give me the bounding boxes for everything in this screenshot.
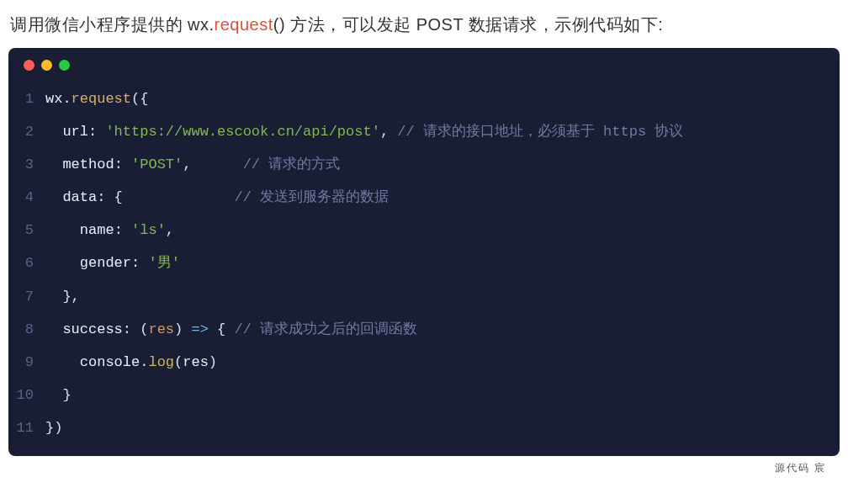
code-content: gender: '男' [45, 247, 180, 279]
code-token [45, 255, 80, 271]
intro-paragraph: 调用微信小程序提供的 wx.request() 方法，可以发起 POST 数据请… [8, 13, 840, 36]
code-token: url [62, 124, 88, 140]
code-token: : [114, 157, 131, 172]
maximize-icon [59, 60, 70, 71]
code-token: name [80, 222, 114, 238]
code-content: console.log(res) [45, 346, 217, 379]
intro-prefix: 调用微信小程序提供的 wx. [10, 15, 215, 34]
footer-credit: 源代码 宸 [8, 461, 840, 475]
line-number: 5 [8, 214, 45, 247]
line-number: 3 [8, 148, 45, 181]
code-token: }, [45, 289, 80, 305]
code-token [45, 321, 62, 337]
code-token [45, 157, 62, 172]
code-token [45, 124, 62, 140]
line-number: 7 [8, 280, 45, 313]
code-body: 1wx.request({2 url: 'https://www.escook.… [8, 79, 840, 456]
code-token: } [45, 387, 72, 403]
code-content: }, [45, 280, 80, 313]
code-token: , [183, 157, 242, 172]
code-content: data: { // 发送到服务器的数据 [45, 181, 389, 214]
code-token [45, 222, 80, 238]
code-token: : ( [123, 321, 149, 337]
code-token: 'ls' [131, 222, 166, 238]
code-line: 11}) [8, 411, 840, 444]
code-token: , [166, 222, 174, 238]
line-number: 2 [8, 115, 45, 148]
code-token: // 发送到服务器的数据 [234, 189, 389, 205]
code-line: 10 } [8, 379, 840, 411]
code-line: 7 }, [8, 280, 840, 313]
code-token: }) [45, 420, 62, 436]
code-token: . [62, 91, 71, 107]
code-content: } [45, 379, 72, 411]
code-token: '男' [148, 255, 179, 271]
code-token: : [88, 124, 105, 140]
window-titlebar [8, 48, 840, 79]
code-token: 'https://www.escook.cn/api/post' [105, 124, 379, 140]
code-line: 5 name: 'ls', [8, 214, 840, 247]
code-window: 1wx.request({2 url: 'https://www.escook.… [8, 48, 840, 456]
code-token: , [380, 124, 397, 140]
code-token [45, 354, 80, 370]
code-token: wx [45, 91, 62, 107]
line-number: 4 [8, 181, 45, 214]
code-token: res [148, 321, 174, 337]
code-line: 1wx.request({ [8, 82, 840, 115]
line-number: 10 [8, 379, 45, 411]
code-token: : { [97, 189, 234, 205]
code-token: method [62, 157, 114, 172]
code-content: name: 'ls', [45, 214, 174, 247]
line-number: 1 [8, 82, 45, 115]
code-content: }) [45, 411, 62, 444]
code-line: 4 data: { // 发送到服务器的数据 [8, 181, 840, 214]
code-content: wx.request({ [45, 82, 148, 115]
code-token: { [209, 321, 235, 337]
line-number: 6 [8, 247, 45, 279]
code-token: ) [174, 321, 191, 337]
code-token: // 请求的接口地址，必须基于 https 协议 [397, 124, 683, 140]
code-token: : [114, 222, 131, 238]
code-line: 8 success: (res) => { // 请求成功之后的回调函数 [8, 313, 840, 346]
code-token: console [80, 354, 140, 370]
line-number: 11 [8, 411, 45, 444]
code-line: 9 console.log(res) [8, 346, 840, 379]
code-token: => [191, 321, 208, 337]
code-token: success [62, 321, 122, 337]
code-token: . [140, 354, 148, 370]
code-token: // 请求的方式 [243, 157, 341, 172]
code-token: log [148, 354, 174, 370]
intro-highlight: request [215, 15, 273, 34]
intro-suffix: () 方法，可以发起 POST 数据请求，示例代码如下: [273, 15, 664, 34]
code-token: res [183, 354, 209, 370]
code-token: ({ [131, 91, 148, 107]
close-icon [24, 60, 34, 71]
code-content: success: (res) => { // 请求成功之后的回调函数 [45, 313, 417, 346]
code-token: ) [209, 354, 217, 370]
minimize-icon [41, 60, 52, 71]
code-token: : [131, 255, 148, 271]
code-content: url: 'https://www.escook.cn/api/post', /… [45, 115, 683, 148]
code-token: data [62, 189, 97, 205]
code-line: 2 url: 'https://www.escook.cn/api/post',… [8, 115, 840, 148]
code-token: gender [80, 255, 131, 271]
code-token: ( [174, 354, 183, 370]
line-number: 9 [8, 346, 45, 379]
line-number: 8 [8, 313, 45, 346]
code-line: 3 method: 'POST', // 请求的方式 [8, 148, 840, 181]
code-token: 'POST' [131, 157, 183, 172]
code-token: // 请求成功之后的回调函数 [234, 321, 417, 337]
code-token [45, 189, 62, 205]
code-line: 6 gender: '男' [8, 247, 840, 279]
code-content: method: 'POST', // 请求的方式 [45, 148, 340, 181]
code-token: request [72, 91, 131, 107]
